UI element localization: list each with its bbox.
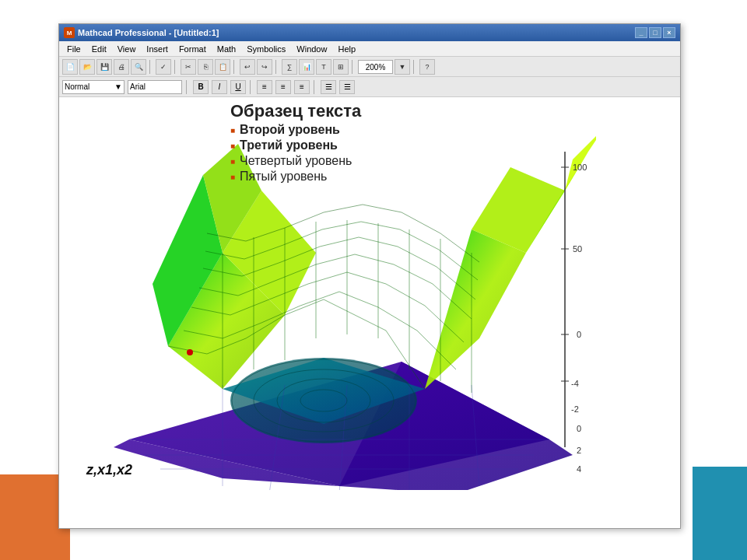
preview-button[interactable]: 🔍	[131, 59, 146, 75]
format-sep-1	[186, 80, 189, 94]
bold-button[interactable]: B	[193, 80, 209, 94]
toolbar-sep-3	[233, 60, 237, 74]
insert-text-button[interactable]: T	[316, 59, 331, 75]
plot-axis-label: z,x1,x2	[86, 462, 132, 478]
save-button[interactable]: 💾	[96, 59, 112, 75]
minimize-button[interactable]: _	[635, 27, 647, 38]
surface-spike-right-top	[565, 128, 596, 191]
insert-math-button[interactable]: ∑	[282, 59, 297, 75]
bg-teal-corner	[693, 467, 747, 560]
style-arrow: ▼	[114, 82, 122, 91]
toolbar-sep-2	[174, 60, 177, 74]
underline-button[interactable]: U	[230, 80, 246, 94]
zoom-display: 200%	[358, 60, 393, 74]
menu-edit[interactable]: Edit	[87, 43, 111, 55]
window-title: Mathcad Professional - [Untitled:1]	[78, 28, 219, 37]
paste-button[interactable]: 📋	[215, 59, 230, 75]
insert-plot-button[interactable]: 📊	[299, 59, 314, 75]
menu-file[interactable]: File	[62, 43, 86, 55]
format-bar: Normal ▼ Arial B I U ≡ ≡ ≡ ☰ ☰	[59, 77, 680, 97]
axis-label-neg2: -2	[571, 404, 579, 414]
toolbar-sep-4	[275, 60, 279, 74]
axis-label-50: 50	[573, 244, 582, 254]
align-center-button[interactable]: ≡	[275, 80, 291, 94]
axis-label-4: 4	[577, 464, 581, 474]
copy-button[interactable]: ⎘	[198, 59, 213, 75]
undo-button[interactable]: ↩	[240, 59, 255, 75]
menu-math[interactable]: Math	[212, 43, 240, 55]
align-left-button[interactable]: ≡	[257, 80, 272, 94]
menu-view[interactable]: View	[113, 43, 141, 55]
toolbar-sep-5	[352, 60, 355, 74]
toolbar-sep-6	[413, 60, 416, 74]
underline-icon: U	[235, 82, 240, 91]
3d-plot-svg: 100 50 0 -4 -2 0 2 4	[67, 109, 596, 490]
menu-window[interactable]: Window	[292, 43, 331, 55]
font-value: Arial	[130, 82, 146, 91]
menu-symbolics[interactable]: Symbolics	[242, 43, 290, 55]
surface-right-wing	[425, 229, 526, 389]
main-window: M Mathcad Professional - [Untitled:1] _ …	[58, 23, 681, 529]
content-area: Образец текста Второй уровень Третий уро…	[59, 97, 680, 528]
toolbar: 📄 📂 💾 🖨 🔍 ✓ ✂ ⎘ 📋 ↩ ↪ ∑ 📊 T ⊞ 200% ▼ ?	[59, 57, 680, 77]
zoom-dropdown-button[interactable]: ▼	[395, 59, 410, 75]
close-button[interactable]: ×	[663, 27, 675, 38]
bold-icon: B	[198, 82, 203, 91]
numbered-list-button[interactable]: ☰	[339, 80, 355, 94]
menu-bar: File Edit View Insert Format Math Symbol…	[59, 41, 680, 57]
title-bar: M Mathcad Professional - [Untitled:1] _ …	[59, 24, 680, 41]
font-selector[interactable]: Arial	[128, 80, 182, 94]
format-sep-3	[314, 80, 317, 94]
cut-button[interactable]: ✂	[181, 59, 196, 75]
style-value: Normal	[65, 82, 89, 91]
app-icon-letter: M	[67, 30, 72, 37]
bullet-list-button[interactable]: ☰	[321, 80, 336, 94]
axis-label-0: 0	[577, 330, 581, 339]
menu-insert[interactable]: Insert	[142, 43, 173, 55]
menu-help[interactable]: Help	[333, 43, 360, 55]
insert-component-button[interactable]: ⊞	[333, 59, 349, 75]
axis-label-0b: 0	[577, 424, 581, 433]
title-controls: _ □ ×	[635, 27, 675, 38]
maximize-button[interactable]: □	[649, 27, 661, 38]
new-button[interactable]: 📄	[62, 59, 78, 75]
axis-label-100: 100	[573, 163, 587, 172]
menu-format[interactable]: Format	[174, 43, 211, 55]
axis-label-neg4: -4	[571, 379, 579, 388]
italic-icon: I	[219, 82, 221, 91]
axis-label-2: 2	[577, 446, 581, 455]
plot-container: 100 50 0 -4 -2 0 2 4 z,x1,x2	[67, 109, 596, 490]
open-button[interactable]: 📂	[79, 59, 95, 75]
style-dropdown[interactable]: Normal ▼	[62, 80, 124, 94]
redo-button[interactable]: ↪	[257, 59, 272, 75]
marker-dot	[187, 349, 193, 355]
align-right-button[interactable]: ≡	[294, 80, 310, 94]
print-button[interactable]: 🖨	[114, 59, 129, 75]
check-button[interactable]: ✓	[156, 59, 171, 75]
app-icon: M	[64, 27, 75, 38]
toolbar-sep-1	[149, 60, 153, 74]
italic-button[interactable]: I	[212, 80, 227, 94]
help-button[interactable]: ?	[419, 59, 435, 75]
format-sep-2	[250, 80, 253, 94]
